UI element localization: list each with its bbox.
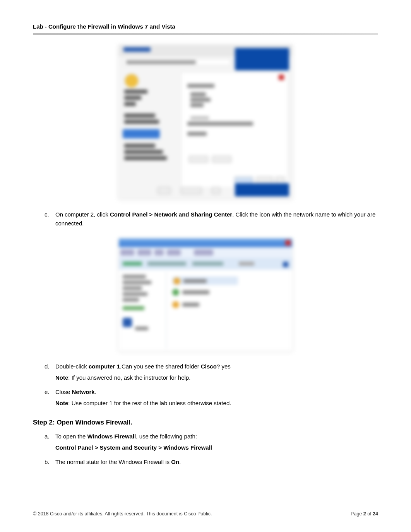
list-body: Double-click computer 1.Can you see the … <box>55 362 378 385</box>
list-item-c: c. On computer 2, click Control Panel > … <box>45 210 378 230</box>
nav-path: Control Panel > Network and Sharing Cent… <box>110 211 232 218</box>
step-2-heading: Step 2: Open Windows Firewall. <box>33 419 378 426</box>
list-item-e: e. Close Network. Note: Use computer 1 f… <box>45 387 378 410</box>
text: of <box>366 511 373 517</box>
screenshot-1-container <box>33 44 378 199</box>
list-item-step2-b: b. The normal state for the Windows Fire… <box>45 457 378 469</box>
text: .Can you see the shared folder <box>120 363 201 370</box>
list-body: The normal state for the Windows Firewal… <box>55 457 378 469</box>
note-label: Note <box>55 400 68 406</box>
text: Close <box>55 389 72 395</box>
list-item-step2-a: a. To open the Windows Firewall, use the… <box>45 432 378 455</box>
screenshot-2-container <box>33 238 378 351</box>
list-marker: e. <box>45 387 55 410</box>
page-footer: © 2018 Cisco and/or its affiliates. All … <box>33 511 378 517</box>
page-header-title: Lab - Configure the Firewall in Windows … <box>33 23 378 30</box>
text: To open the <box>55 433 87 440</box>
text-bold: On <box>171 459 179 465</box>
header-rule <box>33 33 378 35</box>
text-bold: Network <box>72 389 95 395</box>
text: . <box>95 389 96 395</box>
list-marker: a. <box>45 432 55 455</box>
text: : Use computer 1 for the rest of the lab… <box>68 400 231 406</box>
text-bold: Windows Firewall <box>87 433 136 440</box>
text: The normal state for the Windows Firewal… <box>55 459 171 465</box>
list-body: On computer 2, click Control Panel > Net… <box>55 210 378 230</box>
note-label: Note <box>55 374 68 381</box>
list-marker: b. <box>45 457 55 469</box>
footer-page: Page 2 of 24 <box>351 511 378 517</box>
text: . <box>179 459 181 465</box>
list-body: To open the Windows Firewall, use the fo… <box>55 432 378 455</box>
list-marker: d. <box>45 362 55 385</box>
list-body: Close Network. Note: Use computer 1 for … <box>55 387 378 410</box>
page-number: 2 <box>363 511 366 517</box>
document-page: Lab - Configure the Firewall in Windows … <box>0 0 411 532</box>
page-total: 24 <box>373 511 378 517</box>
text-bold: computer 1 <box>89 363 120 370</box>
list-marker: c. <box>45 210 55 230</box>
text: ? yes <box>217 363 231 370</box>
text: Page <box>351 511 363 517</box>
screenshot-network-window <box>118 238 293 351</box>
text: On computer 2, click <box>55 211 110 218</box>
text: Double-click <box>55 363 89 370</box>
text: , use the following path: <box>136 433 197 440</box>
text: : If you answered no, ask the instructor… <box>68 374 190 381</box>
footer-copyright: © 2018 Cisco and/or its affiliates. All … <box>33 511 212 517</box>
text-bold: Cisco <box>201 363 217 370</box>
screenshot-network-properties <box>118 44 293 199</box>
nav-path: Control Panel > System and Security > Wi… <box>55 444 212 451</box>
list-item-d: d. Double-click computer 1.Can you see t… <box>45 362 378 385</box>
